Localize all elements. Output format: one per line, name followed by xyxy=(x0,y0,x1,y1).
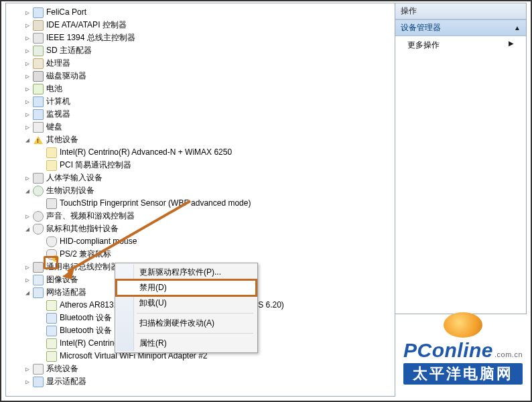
tree-node-label: IEEE 1394 总线主控制器 xyxy=(46,31,135,44)
tree-node[interactable]: ▷FeliCa Port xyxy=(7,6,393,19)
expand-icon[interactable]: ▷ xyxy=(23,275,31,285)
tree-node[interactable]: Intel(R) Centrino(R) Advanced-N + WiMAX … xyxy=(7,146,393,159)
tree-node-label: 显示适配器 xyxy=(46,375,86,388)
context-menu-item[interactable]: 更新驱动程序软件(P)... xyxy=(117,265,256,280)
tree-node[interactable]: ▷键盘 xyxy=(7,121,393,133)
expand-icon[interactable]: ▷ xyxy=(23,109,31,120)
nic-icon xyxy=(46,338,57,349)
sys-icon xyxy=(33,364,44,375)
collapse-icon[interactable]: ◢ xyxy=(23,287,31,298)
tree-node[interactable]: ▷SD 主适配器 xyxy=(7,44,393,57)
collapse-icon[interactable]: ◢ xyxy=(23,135,31,145)
tree-node[interactable]: ▷显示适配器 xyxy=(7,375,393,388)
device-tree-pane: ▷FeliCa Port▷IDE ATA/ATAPI 控制器▷IEEE 1394… xyxy=(5,3,395,397)
collapse-icon[interactable]: ◢ xyxy=(23,224,31,234)
tree-node-label: TouchStrip Fingerprint Sensor (WBF advan… xyxy=(60,197,251,210)
tree-node[interactable]: ◢其他设备 xyxy=(7,133,393,146)
tree-node[interactable]: ▷磁盘驱动器 xyxy=(7,70,393,82)
tree-node-label: PCI 简易通讯控制器 xyxy=(60,159,131,172)
tree-node[interactable]: ▷电池 xyxy=(7,82,393,95)
tree-node-label: 其他设备 xyxy=(46,133,78,146)
actions-item-label: 更多操作 xyxy=(407,40,440,51)
port-icon xyxy=(33,7,44,18)
context-menu-item[interactable]: 禁用(D) xyxy=(117,280,256,295)
warn-icon xyxy=(33,135,44,145)
submenu-icon: ▶ xyxy=(509,40,514,51)
img-icon xyxy=(33,275,44,285)
usb-icon xyxy=(33,262,44,273)
tree-node[interactable]: ▷处理器 xyxy=(7,57,393,70)
tree-node[interactable]: ◢鼠标和其他指针设备 xyxy=(7,222,393,235)
tree-node[interactable]: ▷IEEE 1394 总线主控制器 xyxy=(7,31,393,44)
tree-node-label: Intel(R) Centrino(R) Advanced-N + WiMAX … xyxy=(60,146,232,159)
expand-icon[interactable]: ▷ xyxy=(23,20,31,31)
actions-pane: 操作 设备管理器 ▲ 更多操作 ▶ xyxy=(395,3,527,314)
tree-node[interactable]: ▷声音、视频和游戏控制器 xyxy=(7,210,393,222)
unknown-icon xyxy=(46,160,57,171)
tree-node[interactable]: PCI 简易通讯控制器 xyxy=(7,159,393,172)
expand-icon[interactable]: ▷ xyxy=(23,173,31,184)
mouse-icon xyxy=(33,224,44,234)
tree-node[interactable]: ▷监视器 xyxy=(7,108,393,121)
fp-icon xyxy=(46,198,57,209)
expand-icon[interactable]: ▷ xyxy=(23,33,31,44)
tree-node-label: 图像设备 xyxy=(46,273,78,286)
tree-node-label: 鼠标和其他指针设备 xyxy=(46,222,119,235)
tree-node[interactable]: PS/2 兼容鼠标 xyxy=(7,248,393,261)
tree-node-label: 网络适配器 xyxy=(46,286,86,299)
expand-icon[interactable]: ▷ xyxy=(23,211,31,222)
context-menu-item[interactable]: 属性(R) xyxy=(117,336,256,351)
actions-pane-header: 操作 xyxy=(395,3,526,19)
mouse-icon xyxy=(46,237,57,247)
actions-item-more[interactable]: 更多操作 ▶ xyxy=(395,36,526,54)
tree-node-label: PS/2 兼容鼠标 xyxy=(60,248,111,261)
tree-node-label: 人体学输入设备 xyxy=(46,172,103,184)
tree-node-label: 电池 xyxy=(46,82,62,95)
expand-icon[interactable]: ▷ xyxy=(23,7,31,18)
bat-icon xyxy=(33,84,44,94)
logo-text-secondary: 太平洋电脑网 xyxy=(403,363,523,385)
btnic-icon xyxy=(46,313,57,324)
expand-icon[interactable]: ▷ xyxy=(23,96,31,107)
tree-node-label: FeliCa Port xyxy=(46,6,86,19)
mon-icon xyxy=(33,109,44,120)
tree-node-label: 磁盘驱动器 xyxy=(46,70,86,82)
actions-section-device-manager[interactable]: 设备管理器 ▲ xyxy=(395,19,526,36)
context-menu-item[interactable]: 卸载(U) xyxy=(117,295,256,311)
tree-node-label: 生物识别设备 xyxy=(46,184,94,197)
net-icon xyxy=(33,287,44,298)
tree-node[interactable]: ▷计算机 xyxy=(7,95,393,108)
logo-globe-icon xyxy=(444,312,482,338)
context-menu-separator xyxy=(137,313,253,314)
tree-node-label: 系统设备 xyxy=(46,362,78,375)
tree-node[interactable]: HID-compliant mouse xyxy=(7,235,393,248)
mousebad-icon xyxy=(46,249,57,260)
expand-icon[interactable]: ▷ xyxy=(23,122,31,133)
expand-icon[interactable]: ▷ xyxy=(23,364,31,375)
pc-icon xyxy=(33,96,44,107)
nic-icon xyxy=(46,351,57,362)
disp-icon xyxy=(33,377,44,387)
tree-node[interactable]: ▷系统设备 xyxy=(7,362,393,375)
collapse-icon[interactable]: ◢ xyxy=(23,186,31,196)
expand-icon[interactable]: ▷ xyxy=(23,58,31,69)
expand-icon[interactable]: ▷ xyxy=(23,377,31,387)
context-menu-item[interactable]: 扫描检测硬件改动(A) xyxy=(117,316,256,331)
expand-icon[interactable]: ▷ xyxy=(23,46,31,56)
tree-node[interactable]: ◢生物识别设备 xyxy=(7,184,393,197)
context-menu-separator xyxy=(137,333,253,334)
actions-section-label: 设备管理器 xyxy=(401,22,441,34)
ieee-icon xyxy=(33,33,44,44)
tree-node[interactable]: ▷人体学输入设备 xyxy=(7,172,393,184)
expand-icon[interactable]: ▷ xyxy=(23,262,31,273)
tree-node-label: 计算机 xyxy=(46,95,70,108)
card-icon xyxy=(33,46,44,56)
btnic-icon xyxy=(46,326,57,336)
tree-node[interactable]: ▷IDE ATA/ATAPI 控制器 xyxy=(7,19,393,31)
tree-node[interactable]: TouchStrip Fingerprint Sensor (WBF advan… xyxy=(7,197,393,210)
ctrl-icon xyxy=(33,20,44,31)
context-menu: 更新驱动程序软件(P)...禁用(D)卸载(U)扫描检测硬件改动(A)属性(R) xyxy=(115,263,258,353)
expand-icon[interactable]: ▷ xyxy=(23,71,31,82)
expand-icon[interactable]: ▷ xyxy=(23,84,31,94)
tree-node-label: 监视器 xyxy=(46,108,70,121)
